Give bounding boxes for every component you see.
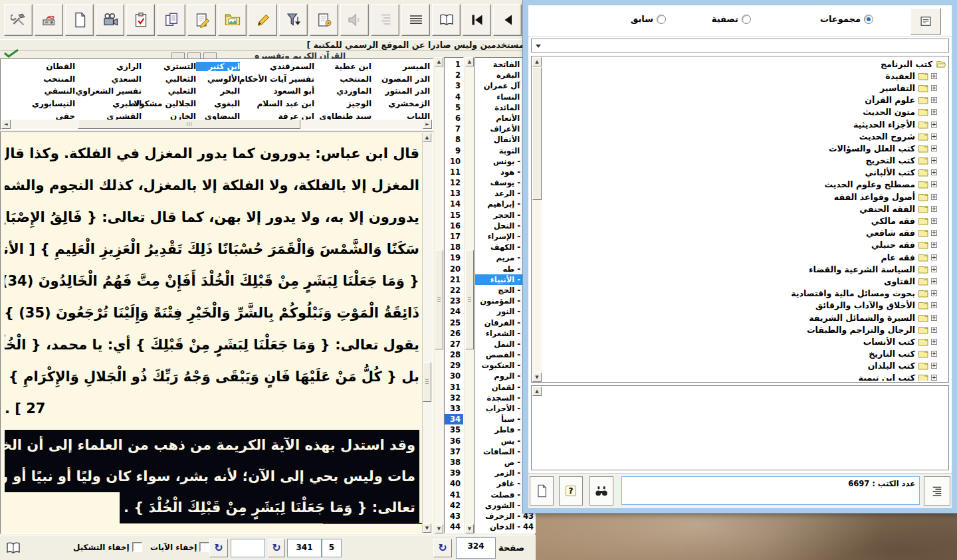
new-page-button[interactable] <box>65 4 94 36</box>
tree-category-item[interactable]: +شروح الحديث <box>543 130 946 142</box>
expand-plus-icon[interactable]: + <box>931 290 937 296</box>
tab-box[interactable] <box>203 52 217 58</box>
scroll-up-button[interactable]: ▲ <box>423 133 431 142</box>
ayah-number-item[interactable]: 24 <box>445 306 463 317</box>
scroll-thumb[interactable] <box>78 120 300 129</box>
tafsir-source-cell[interactable]: المنتخب <box>14 74 75 84</box>
tafsir-source-cell[interactable]: الوجيز <box>314 99 372 108</box>
tree-scrollbar[interactable]: ▲ ▼ <box>532 57 542 382</box>
ayah-number-item[interactable]: 21 <box>445 274 463 285</box>
tafsir-source-cell[interactable]: الرازي <box>75 62 142 71</box>
book-list-panel[interactable]: ▲ <box>531 385 949 470</box>
radio-circle[interactable] <box>742 15 751 24</box>
tafsir-text-area[interactable]: قال ابن عباس: يدورون كما يدور المغزل في … <box>0 132 433 534</box>
expand-plus-icon[interactable]: + <box>931 254 937 260</box>
radio-circle[interactable] <box>657 15 666 24</box>
ayah-number-item[interactable]: 14 <box>445 199 463 209</box>
ayah-number-item[interactable]: 20 <box>445 264 463 274</box>
ayah-number-item[interactable]: 13 <box>445 188 463 199</box>
tafsir-source-cell[interactable]: الثعلبي <box>142 86 196 96</box>
book-count-field[interactable]: عدد الكتب : 6697 <box>621 476 920 505</box>
ayah-number-item[interactable]: 25 <box>445 318 463 328</box>
tree-category-item[interactable]: +السيرة والشمائل الشريفة <box>543 312 946 324</box>
chevron-down-icon[interactable] <box>536 45 541 48</box>
ayah-number-item[interactable]: 11 <box>445 167 463 177</box>
scroll-thumb[interactable] <box>435 250 443 349</box>
tafsir-source-cell[interactable]: ابن كثير <box>196 62 240 71</box>
tree-category-item[interactable]: +كتب ابن تيمية <box>543 372 946 381</box>
tab-box[interactable] <box>171 52 185 58</box>
folder-image-button[interactable] <box>218 4 247 36</box>
tree-category-item[interactable]: +العقيدة <box>543 70 946 82</box>
scroll-down-button[interactable]: ▼ <box>423 523 431 533</box>
tafsir-source-cell[interactable]: الجلالين مشكولا <box>142 99 196 108</box>
ayah-number-item[interactable]: 43 <box>445 511 463 521</box>
tree-category-item[interactable]: +كتب التخريج <box>543 155 946 167</box>
page-properties-button[interactable] <box>310 4 338 36</box>
tab-box[interactable] <box>187 52 201 58</box>
ayah-number-item[interactable]: 26 <box>445 328 463 339</box>
scroll-thumb[interactable] <box>465 250 474 349</box>
ayah-number-item[interactable]: 17 <box>445 231 463 242</box>
tafsir-source-cell[interactable]: تفسير الشعراوي <box>75 86 142 96</box>
ayah-number-item[interactable]: 34 <box>445 414 463 424</box>
ayah-number-item[interactable]: 16 <box>445 221 463 231</box>
tree-category-item[interactable]: +كتب البلدان <box>543 360 946 372</box>
tafsir-source-cell[interactable]: الزمخشري <box>372 99 430 108</box>
expand-plus-icon[interactable]: + <box>931 339 937 345</box>
tree-category-item[interactable]: +الأجزاء الحديثية <box>543 118 946 130</box>
ayah-number-item[interactable]: 31 <box>445 382 463 393</box>
tafsir-source-cell[interactable]: أبو السعود <box>240 86 314 96</box>
expand-plus-icon[interactable]: + <box>931 302 937 308</box>
tafsir-source-cell[interactable]: النيسابوري <box>14 99 75 108</box>
refresh-button[interactable]: ↻ <box>209 539 228 557</box>
volume-field[interactable]: 5 <box>322 539 342 557</box>
tree-category-item[interactable]: +فقه مالكي <box>543 215 946 227</box>
tafsir-source-cell[interactable]: تفسير آيات الأحكام <box>240 74 314 84</box>
ayah-number-item[interactable]: 27 <box>445 339 463 349</box>
tafsir-source-cell[interactable]: الطبري <box>75 99 142 108</box>
filter-button[interactable] <box>279 4 308 36</box>
tafsir-source-cell[interactable]: القطان <box>14 62 75 71</box>
group-combobox[interactable] <box>531 39 949 52</box>
tree-category-item[interactable]: +متون الحديث <box>543 106 946 118</box>
radio-circle[interactable] <box>864 15 873 24</box>
nav-prev-button[interactable] <box>493 4 522 36</box>
copy-button[interactable] <box>157 4 185 36</box>
form-button[interactable] <box>910 8 941 35</box>
tree-category-item[interactable]: +كتب التاريخ <box>543 348 946 360</box>
list-lines-button[interactable] <box>401 4 430 36</box>
expand-plus-icon[interactable]: + <box>931 181 937 187</box>
ayah-number-item[interactable]: 2 <box>445 70 463 80</box>
scroll-up-button[interactable]: ▲ <box>532 387 542 396</box>
tree-category-item[interactable]: +بحوث ومسائل مالية واقتصادية <box>543 288 946 300</box>
ayah-number-item[interactable]: 30 <box>445 371 463 381</box>
video-button[interactable] <box>96 4 124 36</box>
tafsir-source-cell[interactable]: التستري <box>142 62 196 71</box>
ayah-number-item[interactable]: 35 <box>445 424 463 435</box>
hadith-number-field[interactable]: 341 <box>287 539 322 557</box>
expand-plus-icon[interactable]: + <box>931 157 937 163</box>
tafsir-source-cell[interactable]: الدر المصون <box>372 74 430 84</box>
ayah-number-item[interactable]: 9 <box>445 145 463 156</box>
scroll-down-button[interactable]: ▼ <box>532 373 542 382</box>
expand-plus-icon[interactable]: + <box>931 266 937 272</box>
tafsir-source-cell[interactable]: الميسر <box>372 62 430 71</box>
ayah-number-item[interactable]: 5 <box>445 102 463 113</box>
empty-field[interactable] <box>231 539 265 557</box>
expand-plus-icon[interactable]: + <box>931 327 937 333</box>
radio-filter[interactable]: تصفية <box>712 14 751 24</box>
ayah-number-item[interactable]: 3 <box>445 80 463 91</box>
ayah-number-item[interactable]: 39 <box>445 468 463 478</box>
ayah-number-item[interactable]: 33 <box>445 403 463 414</box>
ayah-number-item[interactable]: 12 <box>445 177 463 188</box>
expand-plus-icon[interactable]: + <box>931 218 937 224</box>
tree-category-item[interactable]: +الفقه الحنفي <box>543 203 946 215</box>
tafsir-source-cell[interactable]: السعدي <box>75 74 142 84</box>
expand-plus-icon[interactable]: + <box>931 363 937 369</box>
scroll-down-button[interactable]: ▼ <box>435 524 443 533</box>
tree-category-item[interactable]: +الفتاوى <box>543 275 946 287</box>
ayah-number-item[interactable]: 28 <box>445 349 463 360</box>
expand-plus-icon[interactable]: + <box>931 134 937 140</box>
tafsir-grid-hscrollbar[interactable]: ◄ ► <box>1 120 432 129</box>
